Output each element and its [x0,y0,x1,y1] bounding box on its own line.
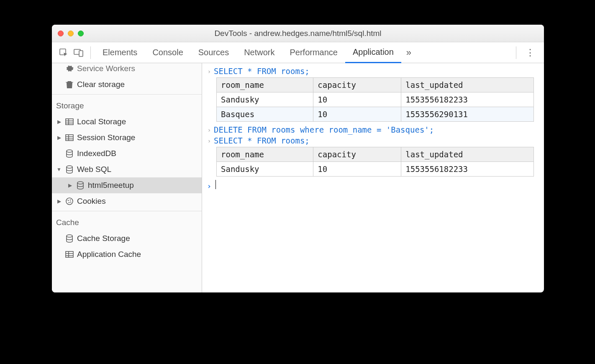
col-header: room_name [217,147,313,162]
sidebar-item-cache-storage[interactable]: Cache Storage [52,231,202,246]
sidebar-item-application-cache[interactable]: Application Cache [52,246,202,262]
chevron-right-icon: ▶ [56,135,62,141]
svg-point-11 [67,150,72,152]
settings-kebab-icon[interactable]: ⋮ [521,47,540,58]
sidebar-item-websql-db[interactable]: ▶ html5meetup [52,177,202,193]
cookie-icon [64,197,74,205]
col-header: capacity [313,147,401,162]
col-header: room_name [217,78,313,92]
sidebar-label: IndexedDB [77,149,116,158]
sidebar-label: Local Storage [77,117,126,126]
console-line: › SELECT * FROM rooms; [205,66,539,77]
prompt-icon: › [205,180,214,190]
svg-rect-7 [66,135,73,141]
prompt-result-icon: › [205,125,214,133]
database-icon [75,181,85,190]
close-icon[interactable] [58,31,64,36]
titlebar: DevTools - andrew.hedges.name/html5/sql.… [52,25,544,42]
svg-point-13 [77,182,83,184]
col-header: last_updated [401,147,534,162]
tabbar-separator [90,46,91,59]
tab-sources[interactable]: Sources [191,42,236,63]
svg-point-15 [68,200,69,201]
console-line: › DELETE FROM rooms where room_name = 'B… [205,124,539,135]
application-sidebar: Service Workers Clear storage Storage ▶ … [52,63,202,292]
svg-rect-20 [66,251,73,257]
sidebar-group-storage: Storage [52,96,202,114]
table-row[interactable]: Basques 10 1553556290131 [217,107,534,122]
tab-network[interactable]: Network [236,42,282,63]
sql-statement: DELETE FROM rooms where room_name = 'Bas… [214,125,434,134]
svg-point-14 [66,198,73,205]
tabbar-separator-2 [516,46,516,59]
console-prompt[interactable]: › [205,179,539,191]
table-icon [64,134,74,141]
tab-elements[interactable]: Elements [95,42,145,63]
database-icon [64,165,74,174]
sidebar-item-indexeddb[interactable]: IndexedDB [52,146,202,161]
tab-application[interactable]: Application [345,42,401,63]
sidebar-item-websql[interactable]: ▼ Web SQL [52,161,202,177]
chevron-right-icon: ▶ [67,182,73,188]
col-header: last_updated [401,78,534,92]
sidebar-item-service-workers[interactable]: Service Workers [52,63,202,77]
table-row[interactable]: Sandusky 10 1553556182233 [217,92,534,107]
svg-point-12 [67,166,72,168]
svg-rect-2 [79,51,83,56]
svg-point-16 [70,200,71,201]
window-title: DevTools - andrew.hedges.name/html5/sql.… [52,29,544,38]
zoom-icon[interactable] [78,31,84,36]
sidebar-label: Clear storage [77,80,125,89]
col-header: capacity [313,78,401,92]
sql-statement: SELECT * FROM rooms; [214,67,310,76]
prompt-result-icon: › [205,67,214,75]
database-icon [64,149,74,158]
sidebar-label: Web SQL [77,165,111,174]
result-table-2: room_name capacity last_updated Sandusky… [216,147,534,177]
minimize-icon[interactable] [68,31,74,36]
svg-point-18 [70,202,72,203]
panel-body: Service Workers Clear storage Storage ▶ … [52,63,544,292]
chevron-down-icon: ▼ [56,167,62,172]
devtools-window: DevTools - andrew.hedges.name/html5/sql.… [52,25,544,292]
sidebar-label: Cookies [77,197,106,206]
sidebar-item-local-storage[interactable]: ▶ Local Storage [52,114,202,130]
sidebar-label: Session Storage [77,133,135,142]
sql-statement: SELECT * FROM rooms; [214,136,310,145]
inspect-element-icon[interactable] [56,45,71,60]
prompt-result-icon: › [205,136,214,144]
chevron-right-icon: ▶ [56,198,62,204]
more-tabs-icon[interactable]: » [401,47,416,58]
sidebar-label: Service Workers [77,64,135,73]
devtools-tabbar: Elements Console Sources Network Perform… [52,42,544,63]
table-icon [64,118,74,125]
svg-point-17 [69,202,70,203]
table-icon [64,251,74,258]
result-table-1: room_name capacity last_updated Sandusky… [216,77,534,122]
sidebar-item-session-storage[interactable]: ▶ Session Storage [52,130,202,146]
trash-icon [64,80,74,89]
sidebar-label: html5meetup [88,181,134,190]
tab-console[interactable]: Console [145,42,190,63]
svg-point-19 [67,235,72,237]
chevron-right-icon: ▶ [56,119,62,125]
websql-console[interactable]: › SELECT * FROM rooms; room_name capacit… [202,63,544,292]
svg-rect-3 [66,119,73,125]
database-icon [64,234,74,243]
traffic-lights [58,31,84,36]
console-line: › SELECT * FROM rooms; [205,135,539,146]
text-cursor [215,180,216,189]
tab-performance[interactable]: Performance [282,42,346,63]
table-row[interactable]: Sandusky 10 1553556182233 [217,162,534,177]
sidebar-label: Application Cache [77,250,141,259]
gear-icon [64,64,74,73]
sidebar-label: Cache Storage [77,234,130,243]
sidebar-item-cookies[interactable]: ▶ Cookies [52,193,202,209]
device-toolbar-icon[interactable] [71,45,86,60]
sidebar-group-cache: Cache [52,213,202,231]
sidebar-item-clear-storage[interactable]: Clear storage [52,77,202,92]
